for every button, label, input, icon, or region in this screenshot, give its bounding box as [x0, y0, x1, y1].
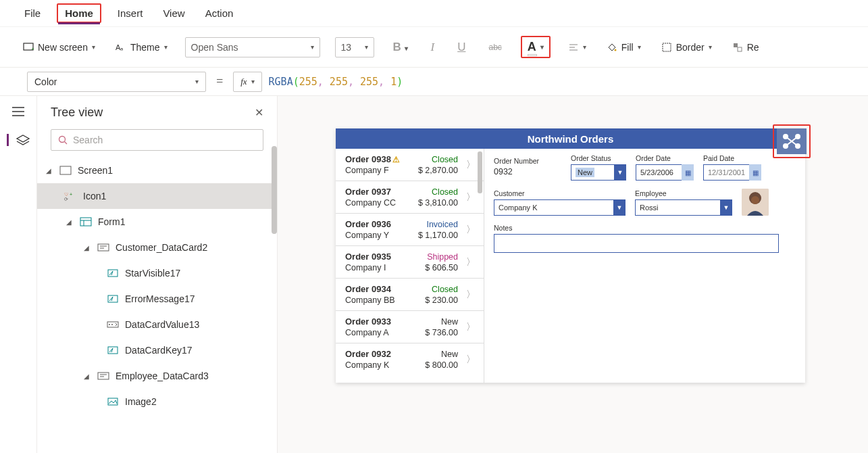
app-header: Northwind Orders: [336, 128, 805, 149]
menu-file[interactable]: File: [20, 5, 45, 22]
icons-group-icon: ♡+⟳: [64, 191, 78, 201]
menu-action[interactable]: Action: [201, 5, 238, 22]
customer-label: Customer: [494, 189, 626, 197]
hamburger-button[interactable]: [11, 105, 26, 118]
chevron-right-icon: 〉: [462, 159, 476, 171]
paint-bucket-icon: [607, 42, 617, 53]
order-row[interactable]: Order 0937 Company CC Closed $ 3,810.00 …: [336, 181, 484, 214]
font-size-dropdown[interactable]: 13▾: [335, 37, 374, 57]
tree-node-datacardvalue[interactable]: DataCardValue13: [37, 312, 274, 337]
svg-point-6: [614, 49, 616, 51]
menu-insert[interactable]: Insert: [113, 5, 147, 22]
tree-node-errormessage[interactable]: ErrorMessage17: [37, 286, 274, 312]
svg-rect-25: [108, 270, 118, 277]
image-icon: [106, 398, 120, 406]
menu-bar: File Home Insert View Action: [0, 0, 868, 27]
svg-rect-19: [80, 218, 91, 226]
order-list[interactable]: Order 0938⚠ Company F Closed $ 2,870.00 …: [336, 149, 484, 383]
font-color-button[interactable]: A▾: [521, 36, 551, 58]
chevron-down-icon: ▼: [614, 164, 626, 181]
close-panel-button[interactable]: ✕: [255, 106, 263, 119]
underline-button[interactable]: U: [453, 41, 469, 54]
font-name-dropdown[interactable]: Open Sans▾: [185, 37, 320, 57]
svg-rect-8: [734, 43, 738, 47]
chevron-right-icon: 〉: [462, 289, 476, 301]
svg-text:Aₐ: Aₐ: [116, 43, 123, 51]
fx-button[interactable]: fx ▾: [233, 72, 261, 92]
order-row[interactable]: Order 0938⚠ Company F Closed $ 2,870.00 …: [336, 149, 484, 181]
calendar-icon: ▦: [682, 164, 694, 181]
caret-icon: ◢: [82, 373, 91, 380]
calendar-icon: ▦: [749, 164, 761, 181]
customer-dropdown[interactable]: Company K▼: [494, 199, 626, 216]
new-screen-button[interactable]: + New screen ▾: [20, 38, 98, 57]
left-rail: [0, 96, 37, 453]
order-row[interactable]: Order 0932 Company K New $ 800.00 〉: [336, 343, 484, 375]
tree-view-panel: Tree view ✕ Search ◢ Screen1 ♡+⟳ Icon1 ◢…: [37, 96, 278, 453]
datacard-icon: [97, 372, 110, 380]
employee-dropdown[interactable]: Rossi▼: [635, 199, 732, 216]
chevron-down-icon: ▾: [311, 43, 314, 51]
border-button[interactable]: Border▾: [659, 38, 715, 57]
svg-text:+: +: [70, 192, 72, 197]
strikethrough-button[interactable]: abc: [484, 43, 505, 52]
tree-node-starvisible[interactable]: StarVisible17: [37, 260, 274, 286]
paid-date-input[interactable]: 12/31/2001▦: [703, 164, 761, 181]
theme-button[interactable]: Aₐ Theme ▾: [113, 38, 170, 57]
tree-scrollbar[interactable]: [272, 146, 277, 234]
svg-rect-9: [738, 47, 742, 51]
reorder-icon: [732, 42, 743, 53]
order-status-dropdown[interactable]: New▼: [571, 164, 626, 181]
order-row[interactable]: Order 0933 Company A New $ 736.00 〉: [336, 311, 484, 343]
order-date-label: Order Date: [636, 154, 694, 162]
chevron-down-icon: ▾: [365, 43, 368, 51]
chevron-right-icon: 〉: [462, 191, 476, 204]
chevron-right-icon: 〉: [462, 256, 476, 268]
menu-home[interactable]: Home: [57, 3, 101, 23]
reorder-button[interactable]: Re: [730, 38, 762, 57]
svg-point-43: [751, 196, 759, 204]
chevron-down-icon: ▾: [92, 43, 95, 51]
list-scrollbar[interactable]: [478, 151, 482, 193]
main-area: Tree view ✕ Search ◢ Screen1 ♡+⟳ Icon1 ◢…: [0, 96, 868, 453]
chevron-right-icon: 〉: [462, 354, 476, 366]
property-selector[interactable]: Color▾: [27, 72, 206, 92]
order-number-value: 0932: [494, 167, 561, 181]
equals-label: =: [213, 74, 226, 89]
notes-input[interactable]: [494, 234, 779, 253]
menu-view[interactable]: View: [159, 5, 188, 22]
svg-rect-7: [663, 43, 671, 51]
label-icon: [106, 295, 120, 303]
formula-input[interactable]: RGBA(255, 255, 255, 1): [269, 76, 403, 88]
tree-search-input[interactable]: Search: [51, 129, 263, 151]
employee-label: Employee: [635, 189, 732, 197]
bold-button[interactable]: B ▾: [389, 41, 412, 54]
tree-node-form1[interactable]: ◢ Form1: [37, 209, 274, 235]
italic-button[interactable]: I: [427, 41, 439, 54]
canvas[interactable]: Northwind Orders Order 0938⚠ Company F C…: [278, 96, 868, 453]
tree-node-employee-datacard[interactable]: ◢ Employee_DataCard3: [37, 363, 274, 389]
tree-view-rail-button[interactable]: [7, 134, 22, 146]
tree-list: ◢ Screen1 ♡+⟳ Icon1 ◢ Form1 ◢ Customer_D…: [37, 158, 277, 453]
tree-node-datacardkey[interactable]: DataCardKey17: [37, 337, 274, 363]
align-button[interactable]: ▾: [565, 38, 589, 57]
fill-button[interactable]: Fill▾: [604, 38, 644, 57]
order-date-input[interactable]: 5/23/2006▦: [636, 164, 694, 181]
tree-node-customer-datacard[interactable]: ◢ Customer_DataCard2: [37, 235, 274, 260]
order-row[interactable]: Order 0935 Company I Shipped $ 606.50 〉: [336, 246, 484, 279]
order-form: Order Number 0932 Order Status New▼ Orde…: [484, 149, 805, 383]
tree-node-screen1[interactable]: ◢ Screen1: [37, 158, 274, 183]
svg-text:♡: ♡: [64, 192, 68, 197]
tree-node-icon1[interactable]: ♡+⟳ Icon1: [37, 183, 274, 209]
chevron-right-icon: 〉: [462, 321, 476, 333]
ribbon: + New screen ▾ Aₐ Theme ▾ Open Sans▾ 13▾…: [0, 27, 868, 68]
caret-icon: ◢: [44, 167, 53, 174]
order-row[interactable]: Order 0936 Company Y Invoiced $ 1,170.00…: [336, 214, 484, 246]
selected-icon-control[interactable]: [773, 124, 811, 158]
order-row[interactable]: Order 0934 Company BB Closed $ 230.00 〉: [336, 279, 484, 311]
chevron-right-icon: 〉: [462, 224, 476, 236]
caret-icon: ◢: [64, 218, 74, 226]
chevron-down-icon: ▼: [613, 199, 626, 216]
svg-rect-31: [98, 373, 109, 379]
tree-node-image2[interactable]: Image2: [37, 389, 274, 414]
